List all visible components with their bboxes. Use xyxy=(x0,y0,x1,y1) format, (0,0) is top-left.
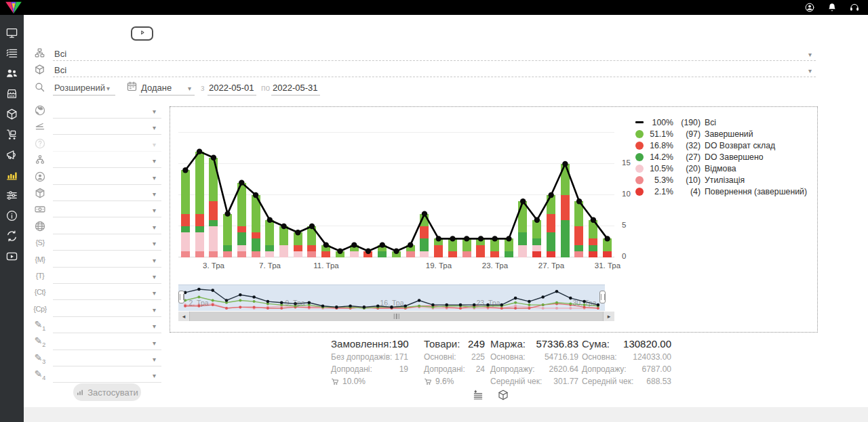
filter-row-globe-solid: ▾ xyxy=(31,103,163,119)
scrollbar-grip[interactable] xyxy=(393,314,399,319)
date-field-select[interactable] xyxy=(139,95,195,96)
legend-label: DO Завершено xyxy=(705,152,764,162)
x-tick-31: 31. Тра xyxy=(590,261,625,270)
legend-item[interactable]: 10.5% (20) Відмова xyxy=(635,163,807,174)
filter-select-1[interactable]: ▾ xyxy=(53,119,161,135)
filter-row-pencil2: ✎2 ▾ xyxy=(31,335,163,351)
legend-label: Повернення (завершений) xyxy=(705,187,807,196)
legend-label: Утилізація xyxy=(705,175,745,185)
calendar-icon xyxy=(126,81,138,95)
legend-count: (20) xyxy=(673,164,701,173)
filter-select-16[interactable]: ▾ xyxy=(53,367,161,383)
caret-down-icon: ▾ xyxy=(808,68,812,75)
stat-sub-value: 24 xyxy=(476,364,485,374)
legend-item[interactable]: 100% (190) Всі xyxy=(635,117,807,128)
legend-item[interactable]: 5.3% (10) Утилізація xyxy=(635,174,807,186)
navigator-right-handle[interactable] xyxy=(599,291,606,303)
user-icon[interactable] xyxy=(804,2,815,13)
app-logo[interactable] xyxy=(3,1,24,17)
tag-s-icon: {S} xyxy=(35,238,44,247)
sidebar-item-megaphone[interactable] xyxy=(0,146,24,166)
total-line-series xyxy=(178,116,614,257)
filter-select-11[interactable]: ▾ xyxy=(53,284,161,300)
stat-sub-value: 54716.19 xyxy=(545,352,578,362)
legend-marker-icon xyxy=(635,188,644,196)
filter-select-14[interactable]: ▾ xyxy=(53,335,161,350)
product-filter-field[interactable] xyxy=(53,77,816,77)
scroll-right-button[interactable]: ▸ xyxy=(603,312,614,321)
package-view-icon[interactable] xyxy=(497,389,509,401)
scroll-right-icon: ▸ xyxy=(608,313,611,320)
sidebar-item-store[interactable] xyxy=(0,85,24,105)
stat-sub-label: Основна: xyxy=(490,352,526,362)
banknote-icon xyxy=(34,203,46,215)
date-to-label: по xyxy=(261,83,270,93)
stat-sub-value: 124033.00 xyxy=(633,352,671,362)
legend-percent: 5.3% xyxy=(644,175,673,185)
list-arrow-view-icon[interactable] xyxy=(472,389,484,401)
filter-select-13[interactable]: ▾ xyxy=(53,318,161,333)
globe-solid-icon xyxy=(34,104,46,117)
orders-chart-plot xyxy=(178,116,614,257)
apply-button[interactable]: Застосувати xyxy=(73,383,141,401)
sidebar-item-monitor[interactable] xyxy=(0,24,24,44)
filter-select-15[interactable]: ▾ xyxy=(53,351,161,366)
nav-tick-16: 16. Тра xyxy=(377,299,407,307)
stat-sub-label: Без допродажів: xyxy=(331,352,392,362)
headset-icon[interactable] xyxy=(849,2,860,13)
date-from-field[interactable] xyxy=(208,95,256,96)
filter-select-3[interactable]: ▾ xyxy=(53,152,161,168)
stat-title: Замовлення: xyxy=(331,338,392,350)
stat-sub-label: Середній чек: xyxy=(490,377,542,386)
legend-item[interactable]: 16.8% (32) DO Возврат склад xyxy=(635,140,807,151)
search-mode-field[interactable] xyxy=(53,95,115,96)
filter-select-6[interactable]: ▾ xyxy=(53,202,161,217)
group-filter-field[interactable] xyxy=(53,60,816,61)
filter-row-person-circle: ▾ xyxy=(31,169,163,186)
bell-icon[interactable] xyxy=(827,2,837,13)
filter-select-7[interactable]: ▾ xyxy=(53,219,161,234)
sidebar-item-users[interactable] xyxy=(0,64,24,85)
sidebar-item-sync[interactable] xyxy=(0,227,24,247)
filter-select-12[interactable]: ▾ xyxy=(53,301,161,317)
filter-row-box-3d: ▾ xyxy=(31,186,163,202)
filter-select-10[interactable]: ▾ xyxy=(53,268,161,284)
filter-row-sitemap: ▾ xyxy=(31,152,163,169)
sidebar-item-cart[interactable] xyxy=(0,125,24,146)
filter-select-0[interactable]: ▾ xyxy=(53,103,161,119)
sitemap-icon xyxy=(34,154,46,166)
scroll-left-button[interactable]: ◂ xyxy=(178,312,190,321)
caret-down-icon: ▾ xyxy=(188,85,191,92)
filter-select-8[interactable]: ▾ xyxy=(53,235,161,251)
sidebar-item-chart[interactable] xyxy=(0,166,24,186)
legend-count: (4) xyxy=(673,187,701,196)
sidebar-item-info[interactable] xyxy=(0,207,24,227)
x-tick-23: 23. Тра xyxy=(477,261,513,270)
filter-row-tag: {Cp} ▾ xyxy=(31,301,163,318)
filter-select-5[interactable]: ▾ xyxy=(53,186,161,201)
date-to-field[interactable] xyxy=(271,95,320,96)
video-tutorial-button[interactable] xyxy=(131,26,153,41)
legend-count: (190) xyxy=(673,118,701,127)
sidebar-item-video[interactable] xyxy=(0,247,24,268)
filter-row-tag: {Ct} ▾ xyxy=(31,284,163,301)
product-filter-value: Всі xyxy=(54,65,66,75)
legend-item[interactable]: 51.1% (97) Завершений xyxy=(635,128,807,140)
sidebar-item-package[interactable] xyxy=(0,105,24,125)
filter-select-9[interactable]: ▾ xyxy=(53,252,161,268)
legend-item[interactable]: 2.1% (4) Повернення (завершений) xyxy=(635,186,807,197)
sidebar-item-sliders[interactable] xyxy=(0,186,24,207)
filter-select-4[interactable]: ▾ xyxy=(53,169,161,185)
caret-down-icon: ▾ xyxy=(153,125,156,131)
navigator-left-handle[interactable] xyxy=(178,291,184,303)
search-icon xyxy=(34,81,45,96)
stat-sub-label: Середній чек: xyxy=(582,377,633,386)
legend-item[interactable]: 14.2% (27) DO Завершено xyxy=(635,151,807,163)
caret-down-icon: ▾ xyxy=(153,257,156,264)
sidebar-item-list[interactable] xyxy=(0,44,24,64)
caret-down-icon: ▾ xyxy=(153,323,156,330)
chart-navigator[interactable]: 2. Тра9. Тра16. Тра23. Тра30. Тра xyxy=(178,284,605,311)
group-filter-value: Всі xyxy=(54,49,66,59)
chart-scrollbar[interactable]: ◂ ▸ xyxy=(178,312,614,321)
filter-select-2[interactable]: ▾ xyxy=(53,136,161,152)
